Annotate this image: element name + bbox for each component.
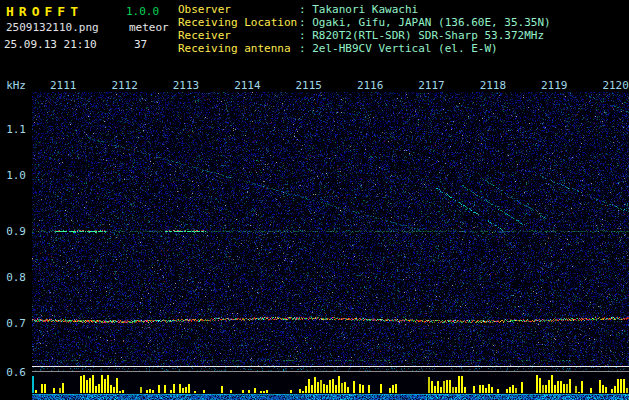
echo-count: 37 xyxy=(134,38,147,51)
time-axis: 2111 2112 2113 2114 2115 2116 2117 2118 … xyxy=(50,79,629,92)
time-tick: 2111 xyxy=(50,79,77,92)
time-tick: 2116 xyxy=(357,79,384,92)
info-row-antenna: Receiving antenna: 2el-HB9CV Vertical (e… xyxy=(178,42,551,55)
info-label: Observer xyxy=(178,3,299,16)
freq-tick: 0.6 xyxy=(6,366,26,379)
info-value: : Takanori Kawachi xyxy=(299,3,418,16)
info-value: : R820T2(RTL-SDR) SDR-Sharp 53.372MHz xyxy=(299,29,544,42)
time-tick: 2115 xyxy=(296,79,323,92)
info-row-observer: Observer: Takanori Kawachi xyxy=(178,3,551,16)
freq-tick: 0.7 xyxy=(6,317,26,330)
time-tick: 2120 xyxy=(602,79,629,92)
app-version: 1.0.0 xyxy=(126,5,159,18)
freq-unit-label: kHz xyxy=(6,79,26,92)
time-tick: 2113 xyxy=(173,79,200,92)
freq-tick: 1.0 xyxy=(6,169,26,182)
freq-tick: 0.9 xyxy=(6,225,26,238)
frequency-axis: kHz 1.1 1.0 0.9 0.8 0.7 0.6 xyxy=(0,0,29,400)
info-label: Receiving Location xyxy=(178,16,299,29)
freq-tick: 0.8 xyxy=(6,271,26,284)
station-info: Observer: Takanori Kawachi Receiving Loc… xyxy=(178,3,551,55)
time-tick: 2117 xyxy=(418,79,445,92)
time-tick: 2114 xyxy=(234,79,261,92)
info-label: Receiver xyxy=(178,29,299,42)
mode-label: meteor xyxy=(129,21,169,34)
freq-tick: 1.1 xyxy=(6,123,26,136)
spectrogram-canvas xyxy=(32,92,629,400)
info-row-location: Receiving Location: Ogaki, Gifu, JAPAN (… xyxy=(178,16,551,29)
info-label: Receiving antenna xyxy=(178,42,299,55)
time-tick: 2119 xyxy=(541,79,568,92)
info-value: : Ogaki, Gifu, JAPAN (136.60E, 35.35N) xyxy=(299,16,551,29)
time-tick: 2118 xyxy=(480,79,507,92)
info-value: : 2el-HB9CV Vertical (el. E-W) xyxy=(299,42,498,55)
hrofft-window: HROFFT 1.0.0 2509132110.png meteor 25.09… xyxy=(0,0,629,400)
info-row-receiver: Receiver: R820T2(RTL-SDR) SDR-Sharp 53.3… xyxy=(178,29,551,42)
time-tick: 2112 xyxy=(111,79,138,92)
